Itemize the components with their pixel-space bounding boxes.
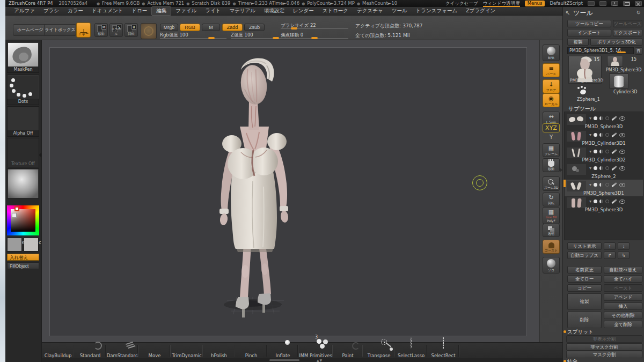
rotate-mode-button[interactable]: R 回転: [125, 23, 138, 37]
right-shelf-perspective-button[interactable]: ≡パース: [543, 63, 560, 77]
folder-caret-icon[interactable]: ▾: [589, 132, 591, 137]
menu-編集[interactable]: 編集: [151, 6, 171, 16]
right-shelf-zoom3d-button[interactable]: ズーム3D: [543, 176, 560, 191]
visibility-eye-icon[interactable]: [619, 183, 625, 187]
duplicate-subtool-button[interactable]: 複製: [567, 293, 602, 310]
edit-pen-icon[interactable]: [611, 116, 617, 121]
polypaint-half-icon[interactable]: [599, 150, 603, 153]
auto-sort-button[interactable]: 自動並べ替え: [604, 266, 642, 274]
list-view-button[interactable]: リスト表示: [567, 242, 602, 250]
subtool-thumb-legs-icon[interactable]: [567, 197, 586, 208]
current-stroke-tile[interactable]: Dots: [7, 75, 39, 105]
current-alpha-tile[interactable]: Alpha Off: [7, 106, 39, 137]
menu-レンダー[interactable]: レンダー: [289, 7, 318, 15]
main-color-swatch[interactable]: [7, 238, 22, 252]
right-shelf-rotate-button[interactable]: ↻回転: [543, 193, 560, 206]
right-shelf-pan-hand-button[interactable]: 移動: [543, 158, 560, 172]
close-window-icon[interactable]: [635, 1, 642, 6]
tray-item-transpose[interactable]: Transpose: [363, 343, 395, 359]
alt-color-swatch[interactable]: [24, 238, 39, 252]
restore-window-icon[interactable]: [623, 1, 630, 6]
paste-subtool-button[interactable]: ペースト: [604, 284, 642, 292]
merge-section-header[interactable]: 結合: [567, 358, 577, 362]
subtool-thumb-thin-cylinders-icon[interactable]: [567, 147, 586, 158]
subtool-thumb-pink-cylinders-icon[interactable]: [567, 131, 586, 142]
right-shelf-bpr-sphere-button[interactable]: BPR: [543, 45, 560, 61]
polypaint-half-icon[interactable]: [599, 133, 603, 137]
bottom-scrollbar[interactable]: ▲▼: [42, 358, 562, 362]
rgb-intensity-nub[interactable]: [208, 37, 215, 39]
folder-caret-icon[interactable]: ▾: [589, 116, 591, 121]
tray-item-inflate[interactable]: Inflate: [267, 343, 298, 359]
subtool-row[interactable]: ▾PM3D_Sphere3D: [565, 113, 643, 130]
scrollbar-arrows-icon[interactable]: ▲▼: [317, 358, 323, 362]
polypaint-on-icon[interactable]: [594, 200, 597, 203]
menu-ドキュメント[interactable]: ドキュメント: [87, 7, 127, 15]
make-polymesh3d-button[interactable]: ポリメッシュ3D化: [590, 38, 642, 46]
menu-ツール[interactable]: ツール: [387, 7, 412, 15]
right-shelf-xyz-axis-button[interactable]: XYZ: [543, 123, 560, 132]
auto-collapse-button[interactable]: 自動コラプス: [567, 252, 602, 259]
polypaint-off-icon[interactable]: [605, 200, 609, 203]
delete-all-button[interactable]: 全て削除: [604, 321, 642, 328]
all-high-button[interactable]: 全てハイ: [604, 275, 642, 283]
subtool-row[interactable]: ▾PM3D_Cylinder3D2: [565, 146, 643, 163]
subtool-up-button[interactable]: ↑: [604, 242, 616, 250]
subtool-row[interactable]: ▾PM3D_Sphere3D: [565, 196, 643, 213]
menu-マテリアル[interactable]: マテリアル: [225, 7, 260, 15]
document-icon[interactable]: [599, 1, 606, 6]
stroke-preview[interactable]: [141, 23, 157, 39]
lightbox-button[interactable]: ライトボックス: [44, 24, 76, 36]
tray-item-paint[interactable]: Paint: [333, 343, 363, 359]
current-texture-tile[interactable]: Texture Off: [7, 138, 39, 167]
subtool-row[interactable]: ▾PM3D_Cylinder3D1: [565, 130, 643, 146]
rgb-button[interactable]: RGB: [180, 24, 200, 31]
current-brush-tile[interactable]: MaskPen: [7, 42, 39, 73]
menu-ファイル[interactable]: ファイル: [171, 7, 201, 15]
canvas-area[interactable]: [42, 40, 539, 342]
m-button[interactable]: M: [202, 24, 220, 31]
menu-ライト[interactable]: ライト: [201, 7, 225, 15]
tray-item-imm-primitives[interactable]: 3IMM Primitives: [298, 343, 333, 359]
polypaint-half-icon[interactable]: [599, 116, 603, 120]
move-mode-button[interactable]: M 移動: [94, 23, 108, 37]
delete-subtool-button[interactable]: 削除: [567, 312, 602, 328]
scrollbar-nub[interactable]: [269, 359, 299, 361]
subtool-row[interactable]: ▾ZSphere_2: [565, 163, 643, 180]
quicksave-button[interactable]: クイックセーブ: [445, 0, 478, 7]
tray-item-selectrect[interactable]: SelectRect: [427, 343, 459, 359]
right-shelf-y-axis-button[interactable]: Y: [543, 134, 560, 141]
nurse-model[interactable]: [199, 53, 312, 326]
zadd-button[interactable]: Zadd: [222, 24, 243, 31]
menu-ブラシ[interactable]: ブラシ: [39, 7, 63, 15]
subtool-thumb-arm-pieces-icon[interactable]: [567, 181, 586, 191]
menu-ドロー[interactable]: ドロー: [127, 7, 151, 15]
menus-toggle-button[interactable]: Menus: [525, 1, 545, 6]
all-low-button[interactable]: 全てロー: [567, 275, 602, 283]
folder-caret-icon[interactable]: ▾: [589, 182, 591, 187]
polypaint-half-icon[interactable]: [599, 200, 603, 203]
tool-name-slider[interactable]: PM3D_Sphere3D1_5. 16: [567, 47, 634, 54]
polypaint-off-icon[interactable]: [605, 116, 609, 120]
tray-item-standard[interactable]: Standard: [74, 343, 106, 359]
polypaint-on-icon[interactable]: [594, 183, 597, 187]
scale-mode-button[interactable]: S スケール: [109, 23, 123, 37]
export-window-icon[interactable]: [611, 1, 618, 6]
menu-トランスフォーム[interactable]: トランスフォーム: [412, 7, 462, 15]
tool-thumb-sphere3d[interactable]: 15: [607, 56, 623, 67]
tray-item-pinch[interactable]: Pinch: [235, 343, 267, 359]
right-shelf-solo-button[interactable]: ソロ: [543, 257, 560, 274]
tool-thumb-current[interactable]: 15 PM3D_Sphere3D: [568, 56, 602, 84]
menu-環境設定[interactable]: 環境設定: [260, 7, 289, 15]
z-intensity-nub[interactable]: [273, 37, 279, 39]
tool-paste-button[interactable]: ツールペースト: [613, 20, 642, 27]
subtool-down-button[interactable]: ↓: [618, 242, 630, 250]
tray-item-selectlasso[interactable]: SelectLasso: [395, 343, 427, 359]
folder-caret-icon[interactable]: ▾: [589, 199, 591, 204]
polypaint-off-icon[interactable]: [605, 150, 609, 153]
tray-item-move[interactable]: Move: [138, 343, 171, 359]
palette-cycle-icon[interactable]: ↻: [636, 10, 641, 16]
copy-subtool-button[interactable]: コピー: [567, 284, 602, 292]
polypaint-off-icon[interactable]: [605, 183, 609, 187]
collapse-down-button[interactable]: ↳: [618, 252, 630, 259]
